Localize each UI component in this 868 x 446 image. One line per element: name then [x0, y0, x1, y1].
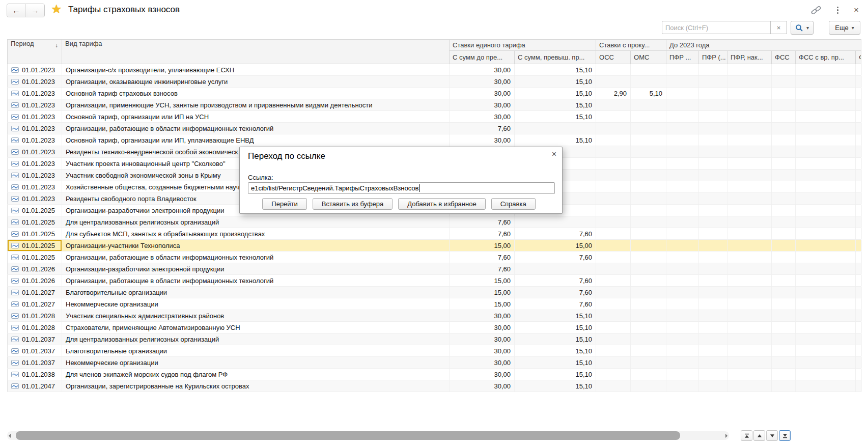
cell-tariff-kind[interactable]: Для членов экипажей морских судов под фл…: [62, 369, 450, 380]
cell-fss[interactable]: [772, 322, 796, 333]
cell-oss[interactable]: [596, 380, 631, 392]
column-header-over-limit[interactable]: С сумм, превыш. пр...: [515, 51, 596, 64]
cell-pfr-paren[interactable]: [699, 240, 727, 252]
table-row[interactable]: 01.01.2026 Организации-разработчики элек…: [8, 263, 861, 275]
column-header-tariff-kind[interactable]: Вид тарифа: [62, 40, 450, 64]
cell-tariff-kind[interactable]: Основной тариф страховых взносов: [62, 88, 450, 99]
cell-pfr-paren[interactable]: [699, 275, 727, 287]
cell-period[interactable]: 01.01.2023: [8, 123, 62, 134]
cell-period[interactable]: 01.01.2023: [8, 111, 62, 123]
cell-oms[interactable]: [631, 275, 666, 287]
cell-clipped[interactable]: [856, 287, 861, 298]
cell-clipped[interactable]: [856, 123, 861, 134]
cell-oss[interactable]: [596, 228, 631, 240]
cell-tariff-kind[interactable]: Для централизованных религиозных организ…: [62, 216, 450, 228]
cell-under-limit[interactable]: 30,00: [450, 99, 515, 111]
forward-button[interactable]: →: [26, 4, 44, 17]
cell-oss[interactable]: [596, 287, 631, 298]
cell-pfr-nak[interactable]: [727, 263, 772, 275]
cell-pfr-nak[interactable]: [727, 99, 772, 111]
cell-fss[interactable]: [772, 287, 796, 298]
table-row[interactable]: 01.01.2025 Организации, работающие в обл…: [8, 252, 861, 263]
close-icon[interactable]: ×: [854, 6, 859, 15]
cell-fss[interactable]: [772, 228, 796, 240]
cell-oms[interactable]: [631, 216, 666, 228]
cell-clipped[interactable]: [856, 88, 861, 99]
cell-pfr-nak[interactable]: [727, 170, 772, 181]
cell-clipped[interactable]: [856, 181, 861, 193]
cell-pfr[interactable]: [666, 99, 699, 111]
cell-pfr-nak[interactable]: [727, 158, 772, 170]
cell-pfr-nak[interactable]: [727, 205, 772, 216]
cell-oss[interactable]: [596, 134, 631, 146]
cell-pfr[interactable]: [666, 76, 699, 88]
cell-pfr-paren[interactable]: [699, 298, 727, 310]
cell-under-limit[interactable]: 30,00: [450, 76, 515, 88]
cell-oss[interactable]: [596, 181, 631, 193]
cell-fss[interactable]: [772, 146, 796, 158]
paste-from-clipboard-button[interactable]: Вставить из буфера: [313, 198, 393, 210]
cell-under-limit[interactable]: 7,60: [450, 216, 515, 228]
cell-over-limit[interactable]: 15,10: [515, 380, 596, 392]
table-row[interactable]: 01.01.2028 Страхователи, применяющие Авт…: [8, 322, 861, 333]
cell-oms[interactable]: [631, 263, 666, 275]
cell-oms[interactable]: [631, 170, 666, 181]
cell-pfr-paren[interactable]: [699, 193, 727, 205]
cell-tariff-kind[interactable]: Основной тариф, организации или ИП на УС…: [62, 111, 450, 123]
cell-over-limit[interactable]: 15,10: [515, 64, 596, 76]
cell-oss[interactable]: [596, 275, 631, 287]
cell-period[interactable]: 01.01.2025: [8, 252, 62, 263]
cell-under-limit[interactable]: 30,00: [450, 322, 515, 333]
cell-fss-vr[interactable]: [796, 322, 856, 333]
cell-fss-vr[interactable]: [796, 64, 856, 76]
cell-period[interactable]: 01.01.2026: [8, 263, 62, 275]
cell-over-limit[interactable]: 15,10: [515, 369, 596, 380]
cell-oss[interactable]: [596, 193, 631, 205]
cell-period[interactable]: 01.01.2023: [8, 193, 62, 205]
cell-under-limit[interactable]: 15,00: [450, 298, 515, 310]
cell-pfr[interactable]: [666, 111, 699, 123]
cell-pfr-nak[interactable]: [727, 322, 772, 333]
cell-fss[interactable]: [772, 123, 796, 134]
cell-fss[interactable]: [772, 88, 796, 99]
cell-tariff-kind[interactable]: Организации, работающие в области информ…: [62, 123, 450, 134]
scrollbar-thumb[interactable]: [16, 431, 680, 440]
cell-over-limit[interactable]: 15,10: [515, 76, 596, 88]
cell-pfr-nak[interactable]: [727, 228, 772, 240]
cell-clipped[interactable]: [856, 369, 861, 380]
cell-oms[interactable]: [631, 158, 666, 170]
cell-under-limit[interactable]: 15,00: [450, 275, 515, 287]
table-row[interactable]: 01.01.2025 Организации-участники Технопо…: [8, 240, 861, 252]
cell-fss[interactable]: [772, 158, 796, 170]
table-row[interactable]: 01.01.2037 Некоммерческие организации 30…: [8, 357, 861, 369]
column-header-pfr-nak[interactable]: ПФР, нак...: [727, 51, 772, 64]
cell-over-limit[interactable]: [515, 216, 596, 228]
cell-period[interactable]: 01.01.2023: [8, 99, 62, 111]
cell-pfr-paren[interactable]: [699, 287, 727, 298]
column-header-fss-vr[interactable]: ФСС с вр. пр...: [796, 51, 856, 64]
cell-under-limit[interactable]: 30,00: [450, 310, 515, 322]
cell-clipped[interactable]: [856, 357, 861, 369]
cell-pfr-nak[interactable]: [727, 240, 772, 252]
cell-pfr[interactable]: [666, 310, 699, 322]
cell-fss-vr[interactable]: [796, 369, 856, 380]
cell-pfr[interactable]: [666, 216, 699, 228]
cell-pfr-nak[interactable]: [727, 193, 772, 205]
cell-tariff-kind[interactable]: Страхователи, применяющие Автоматизирова…: [62, 322, 450, 333]
cell-tariff-kind[interactable]: Организации, зарегистрированные на Курил…: [62, 380, 450, 392]
cell-pfr-paren[interactable]: [699, 252, 727, 263]
cell-under-limit[interactable]: 15,00: [450, 287, 515, 298]
cell-clipped[interactable]: [856, 64, 861, 76]
cell-oss[interactable]: [596, 99, 631, 111]
cell-fss-vr[interactable]: [796, 252, 856, 263]
cell-clipped[interactable]: [856, 205, 861, 216]
cell-pfr-nak[interactable]: [727, 275, 772, 287]
cell-under-limit[interactable]: 30,00: [450, 345, 515, 357]
cell-fss[interactable]: [772, 170, 796, 181]
cell-oms[interactable]: [631, 380, 666, 392]
cell-clipped[interactable]: [856, 170, 861, 181]
cell-oss[interactable]: [596, 240, 631, 252]
cell-oms[interactable]: [631, 181, 666, 193]
table-row[interactable]: 01.01.2023 Основной тариф страховых взно…: [8, 88, 861, 99]
cell-oms[interactable]: [631, 123, 666, 134]
